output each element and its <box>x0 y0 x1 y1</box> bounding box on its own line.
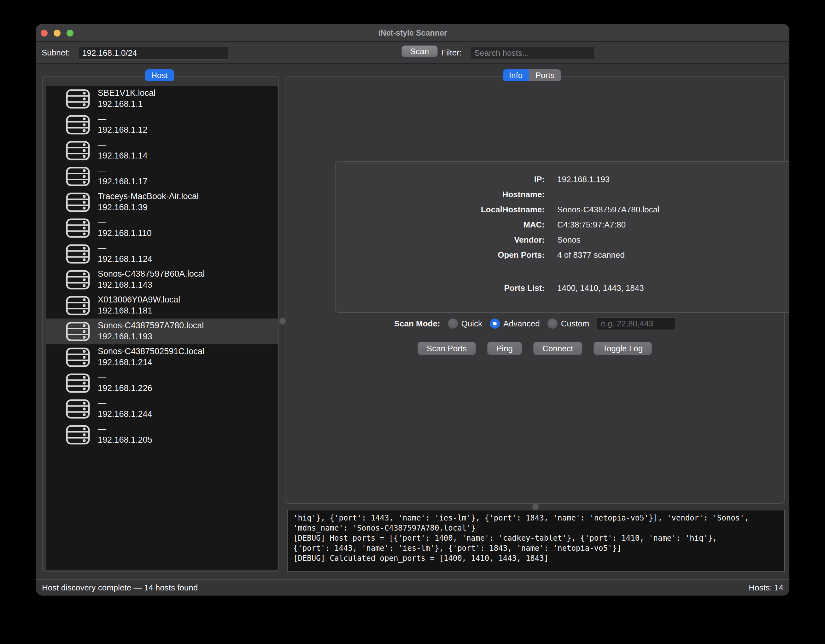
filter-label: Filter: <box>441 42 462 63</box>
host-list-item[interactable]: Sonos-C4387502591C.local 192.168.1.214 <box>46 344 278 370</box>
radio-icon[interactable] <box>448 319 458 329</box>
host-name: — <box>98 139 148 150</box>
host-list-item[interactable]: — 192.168.1.205 <box>46 422 278 448</box>
host-ip: 192.168.1.39 <box>98 202 199 213</box>
log-line: 'hiq'}, {'port': 1443, 'name': 'ies-lm'}… <box>293 513 779 523</box>
server-icon <box>66 348 90 367</box>
host-list-item[interactable]: Sonos-C4387597B60A.local 192.168.1.143 <box>46 267 278 293</box>
subnet-input[interactable] <box>78 47 228 60</box>
server-icon <box>66 193 90 212</box>
server-icon <box>66 425 90 445</box>
info-field-label: LocalHostname: <box>335 205 545 214</box>
host-ip: 192.168.1.205 <box>98 434 152 445</box>
host-ip: 192.168.1.193 <box>98 331 204 342</box>
host-ip: 192.168.1.17 <box>98 176 148 187</box>
tab-ports[interactable]: Ports <box>529 69 561 81</box>
app-window: iNet-style Scanner Subnet: Scan Filter: … <box>36 24 789 595</box>
info-field-value: 1400, 1410, 1443, 1843 <box>557 283 644 293</box>
scan-mode-options: Quick Advanced Custom <box>448 319 589 329</box>
info-field-label: IP: <box>335 174 545 184</box>
host-ip: 192.168.1.14 <box>98 150 148 161</box>
log-line: [DEBUG] Calculated open_ports = [1400, 1… <box>293 553 779 563</box>
host-name: — <box>98 217 152 228</box>
host-ip: 192.168.1.1 <box>98 99 156 109</box>
scan-button[interactable]: Scan <box>402 45 438 57</box>
host-list[interactable]: SBE1V1K.local 192.168.1.1 — 192.168.1.12 <box>46 86 278 570</box>
host-name: — <box>98 113 148 125</box>
hosts-count: Hosts: 14 <box>749 580 783 595</box>
action-button[interactable]: Toggle Log <box>593 342 652 355</box>
host-list-item[interactable]: — 192.168.1.12 <box>46 112 278 138</box>
scan-mode-row: Scan Mode: Quick Advanced Custom <box>286 317 784 331</box>
desktop: iNet-style Scanner Subnet: Scan Filter: … <box>0 0 825 644</box>
window-title: iNet-style Scanner <box>36 24 789 41</box>
host-list-item[interactable]: X013006Y0A9W.local 192.168.1.181 <box>46 293 278 319</box>
host-ip: 192.168.1.226 <box>98 383 152 394</box>
radio-label: Custom <box>561 319 589 329</box>
host-list-item[interactable]: — 192.168.1.226 <box>46 370 278 396</box>
host-list-item[interactable]: — 192.168.1.14 <box>46 138 278 163</box>
title-bar[interactable]: iNet-style Scanner <box>36 24 789 42</box>
tab-info[interactable]: Info <box>503 69 529 81</box>
info-row: Open Ports: 4 of 8377 scanned <box>335 247 789 262</box>
action-button[interactable]: Ping <box>487 342 522 355</box>
status-message: Host discovery complete — 14 hosts found <box>42 580 198 595</box>
vertical-splitter-handle[interactable] <box>280 317 286 325</box>
action-button[interactable]: Scan Ports <box>417 342 476 355</box>
host-name: — <box>98 372 152 383</box>
server-icon <box>66 373 90 393</box>
detail-panel: IP: 192.168.1.193 Hostname: LocalHostnam… <box>285 76 785 504</box>
server-icon <box>66 89 90 109</box>
host-name: — <box>98 397 152 409</box>
scan-mode-radio[interactable]: Quick <box>448 319 482 329</box>
host-list-item[interactable]: — 192.168.1.110 <box>46 215 278 241</box>
server-icon <box>66 296 90 315</box>
action-button[interactable]: Connect <box>533 342 582 355</box>
server-icon <box>66 218 90 238</box>
search-input[interactable] <box>470 47 595 60</box>
scan-mode-radio[interactable]: Advanced <box>490 319 540 329</box>
log-line: [DEBUG] Host ports = [{'port': 1400, 'na… <box>293 533 779 543</box>
host-name: SBE1V1K.local <box>98 88 156 99</box>
detail-tabs: Info Ports <box>503 69 561 81</box>
host-list-item[interactable]: Traceys-MacBook-Air.local 192.168.1.39 <box>46 190 278 215</box>
scan-mode-radio[interactable]: Custom <box>547 319 589 329</box>
host-list-item[interactable]: — 192.168.1.124 <box>46 241 278 267</box>
info-row: Ports List: 1400, 1410, 1443, 1843 <box>335 280 789 296</box>
host-ip: 192.168.1.143 <box>98 279 205 291</box>
host-ip: 192.168.1.214 <box>98 357 204 368</box>
horizontal-splitter-handle[interactable] <box>532 504 539 510</box>
host-name: Traceys-MacBook-Air.local <box>98 191 199 202</box>
info-row: LocalHostname: Sonos-C4387597A780.local <box>335 202 789 217</box>
host-list-item[interactable]: SBE1V1K.local 192.168.1.1 <box>46 86 278 112</box>
tab-host[interactable]: Host <box>145 69 174 81</box>
host-list-item[interactable]: Sonos-C4387597A780.local 192.168.1.193 <box>46 319 278 344</box>
radio-icon[interactable] <box>547 319 558 329</box>
host-name: — <box>98 243 152 254</box>
radio-label: Quick <box>461 319 482 329</box>
info-field-label: Open Ports: <box>335 250 545 260</box>
host-ip: 192.168.1.181 <box>98 305 180 316</box>
info-field-label: Vendor: <box>335 235 545 245</box>
info-row: Hostname: <box>335 187 789 202</box>
info-field-value: C4:38:75:97:A7:80 <box>557 220 626 230</box>
host-name: — <box>98 165 148 176</box>
info-row: MAC: C4:38:75:97:A7:80 <box>335 217 789 232</box>
scan-mode-label: Scan Mode: <box>394 319 440 329</box>
custom-ports-input[interactable] <box>597 317 675 330</box>
server-icon <box>66 115 90 134</box>
toolbar: Subnet: Scan Filter: <box>36 42 789 64</box>
host-name: — <box>98 424 152 434</box>
host-list-item[interactable]: — 192.168.1.17 <box>46 163 278 190</box>
host-ip: 192.168.1.110 <box>98 228 152 239</box>
log-line: 'mdns_name': 'Sonos-C4387597A780.local'} <box>293 523 779 533</box>
host-list-item[interactable]: — 192.168.1.244 <box>46 396 278 422</box>
server-icon <box>66 244 90 264</box>
host-ip: 192.168.1.244 <box>98 409 152 420</box>
radio-label: Advanced <box>503 319 540 329</box>
debug-log[interactable]: 'hiq'}, {'port': 1443, 'name': 'ies-lm'}… <box>287 510 785 572</box>
radio-icon[interactable] <box>490 319 500 329</box>
server-icon <box>66 322 90 341</box>
info-field-label: Hostname: <box>335 190 545 199</box>
server-icon <box>66 141 90 160</box>
